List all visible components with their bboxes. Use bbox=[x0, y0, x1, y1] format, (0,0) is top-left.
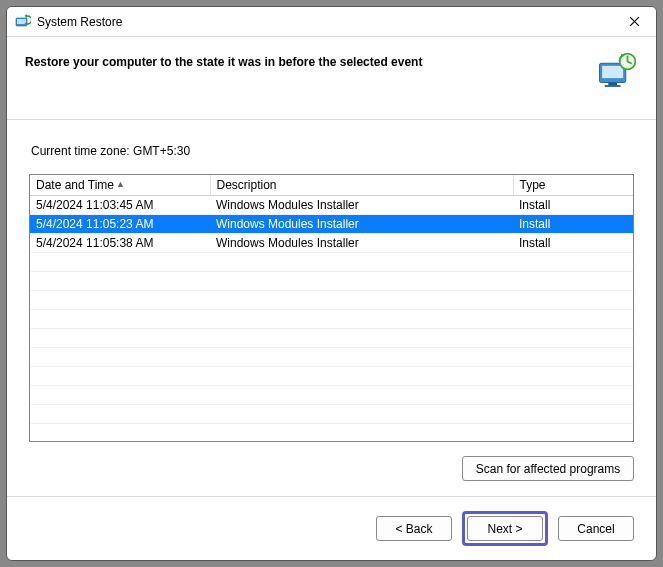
empty-row bbox=[30, 386, 633, 405]
highlight-frame: Next > bbox=[462, 511, 548, 546]
cell-type: Install bbox=[513, 196, 633, 215]
svg-marker-2 bbox=[25, 14, 28, 18]
cell-type: Install bbox=[513, 234, 633, 253]
back-button[interactable]: < Back bbox=[376, 516, 452, 541]
cell-type: Install bbox=[513, 215, 633, 234]
empty-row bbox=[30, 291, 633, 310]
sort-indicator-icon: ▲ bbox=[116, 179, 125, 189]
cancel-button[interactable]: Cancel bbox=[558, 516, 634, 541]
svg-rect-6 bbox=[602, 66, 623, 78]
titlebar: System Restore bbox=[7, 7, 656, 37]
page-heading: Restore your computer to the state it wa… bbox=[25, 51, 596, 69]
col-description[interactable]: Description bbox=[210, 175, 513, 196]
next-button[interactable]: Next > bbox=[467, 516, 543, 541]
table-row[interactable]: 5/4/2024 11:03:45 AMWindows Modules Inst… bbox=[30, 196, 633, 215]
timezone-label: Current time zone: GMT+5:30 bbox=[31, 144, 634, 158]
empty-row bbox=[30, 329, 633, 348]
empty-row bbox=[30, 424, 633, 443]
svg-rect-1 bbox=[17, 19, 26, 24]
cell-desc: Windows Modules Installer bbox=[210, 234, 513, 253]
wizard-footer: < Back Next > Cancel bbox=[7, 496, 656, 560]
empty-row bbox=[30, 348, 633, 367]
cell-desc: Windows Modules Installer bbox=[210, 196, 513, 215]
empty-row bbox=[30, 272, 633, 291]
content-area: Current time zone: GMT+5:30 Date and Tim… bbox=[7, 120, 656, 496]
window-title: System Restore bbox=[37, 15, 122, 29]
empty-row bbox=[30, 253, 633, 272]
system-restore-icon bbox=[15, 14, 31, 30]
restore-monitor-icon bbox=[596, 51, 638, 93]
restore-points-grid[interactable]: Date and Time▲ Description Type 5/4/2024… bbox=[29, 174, 634, 442]
header-band: Restore your computer to the state it wa… bbox=[7, 37, 656, 120]
col-type[interactable]: Type bbox=[513, 175, 633, 196]
cell-desc: Windows Modules Installer bbox=[210, 215, 513, 234]
close-button[interactable] bbox=[618, 8, 650, 36]
svg-rect-7 bbox=[608, 83, 617, 86]
table-row[interactable]: 5/4/2024 11:05:38 AMWindows Modules Inst… bbox=[30, 234, 633, 253]
column-headers[interactable]: Date and Time▲ Description Type bbox=[30, 175, 633, 196]
empty-row bbox=[30, 367, 633, 386]
cell-date: 5/4/2024 11:05:23 AM bbox=[30, 215, 210, 234]
empty-row bbox=[30, 405, 633, 424]
svg-rect-8 bbox=[605, 85, 621, 87]
col-date[interactable]: Date and Time▲ bbox=[30, 175, 210, 196]
scan-affected-programs-button[interactable]: Scan for affected programs bbox=[462, 456, 634, 481]
cell-date: 5/4/2024 11:05:38 AM bbox=[30, 234, 210, 253]
table-row[interactable]: 5/4/2024 11:05:23 AMWindows Modules Inst… bbox=[30, 215, 633, 234]
system-restore-window: System Restore Restore your computer to … bbox=[6, 6, 657, 561]
empty-row bbox=[30, 310, 633, 329]
cell-date: 5/4/2024 11:03:45 AM bbox=[30, 196, 210, 215]
